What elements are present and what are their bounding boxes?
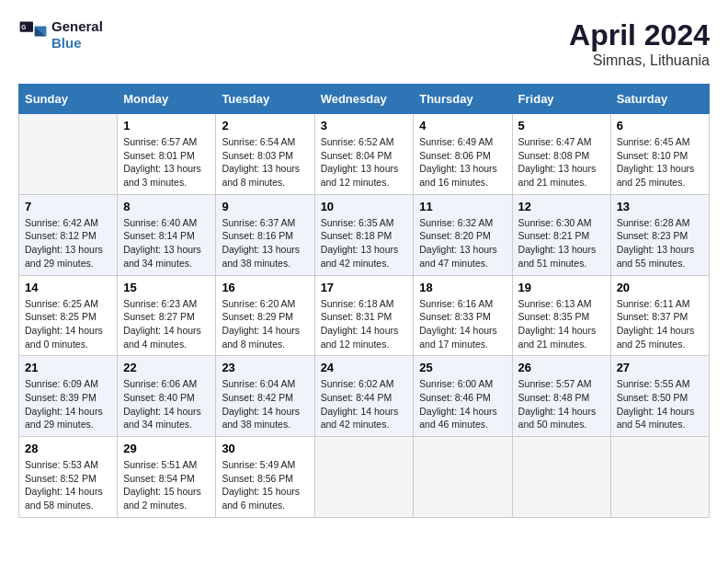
day-number: 27 [617,361,703,374]
calendar-cell: 1Sunrise: 6:57 AMSunset: 8:01 PMDaylight… [118,114,216,195]
day-number: 21 [25,361,111,374]
page-header: G General Blue April 2024 Simnas, Lithua… [18,18,710,69]
day-number: 17 [321,281,408,294]
header-friday: Friday [512,85,610,114]
svg-text:G: G [21,24,26,30]
day-info: Sunrise: 6:45 AMSunset: 8:10 PMDaylight:… [617,135,703,190]
calendar-cell: 23Sunrise: 6:04 AMSunset: 8:42 PMDayligh… [216,356,314,437]
day-number: 9 [222,200,308,213]
calendar-cell: 18Sunrise: 6:16 AMSunset: 8:33 PMDayligh… [414,275,512,356]
calendar-cell: 13Sunrise: 6:28 AMSunset: 8:23 PMDayligh… [610,194,709,275]
day-info: Sunrise: 6:28 AMSunset: 8:23 PMDaylight:… [617,216,703,270]
day-info: Sunrise: 6:13 AMSunset: 8:35 PMDaylight:… [518,297,605,351]
day-number: 23 [222,361,308,374]
calendar-cell: 5Sunrise: 6:47 AMSunset: 8:08 PMDaylight… [512,114,610,195]
calendar-cell: 21Sunrise: 6:09 AMSunset: 8:39 PMDayligh… [19,356,118,437]
week-row-3: 14Sunrise: 6:25 AMSunset: 8:25 PMDayligh… [19,275,710,356]
calendar-cell: 16Sunrise: 6:20 AMSunset: 8:29 PMDayligh… [216,275,314,356]
calendar-cell: 27Sunrise: 5:55 AMSunset: 8:50 PMDayligh… [610,356,709,437]
day-number: 2 [222,119,308,132]
day-info: Sunrise: 6:23 AMSunset: 8:27 PMDaylight:… [123,297,210,351]
logo: G General Blue [18,18,103,52]
day-info: Sunrise: 6:57 AMSunset: 8:01 PMDaylight:… [123,135,210,190]
day-number: 5 [518,119,605,132]
calendar-cell: 20Sunrise: 6:11 AMSunset: 8:37 PMDayligh… [610,275,709,356]
calendar-cell: 11Sunrise: 6:32 AMSunset: 8:20 PMDayligh… [414,194,512,275]
day-info: Sunrise: 6:09 AMSunset: 8:39 PMDaylight:… [25,377,111,431]
calendar-cell: 7Sunrise: 6:42 AMSunset: 8:12 PMDaylight… [19,194,118,275]
day-info: Sunrise: 6:18 AMSunset: 8:31 PMDaylight:… [321,297,408,351]
day-number: 3 [321,119,408,132]
day-info: Sunrise: 6:25 AMSunset: 8:25 PMDaylight:… [25,297,111,351]
calendar-cell: 2Sunrise: 6:54 AMSunset: 8:03 PMDaylight… [216,114,314,195]
day-info: Sunrise: 6:35 AMSunset: 8:18 PMDaylight:… [321,216,408,270]
day-number: 29 [123,442,210,455]
calendar-cell: 9Sunrise: 6:37 AMSunset: 8:16 PMDaylight… [216,194,314,275]
calendar-cell: 19Sunrise: 6:13 AMSunset: 8:35 PMDayligh… [512,275,610,356]
week-row-1: 1Sunrise: 6:57 AMSunset: 8:01 PMDaylight… [19,114,710,195]
calendar-cell: 8Sunrise: 6:40 AMSunset: 8:14 PMDaylight… [118,194,216,275]
day-number: 12 [518,200,605,213]
calendar-table: SundayMondayTuesdayWednesdayThursdayFrid… [18,84,710,518]
day-number: 10 [321,200,408,213]
day-info: Sunrise: 6:16 AMSunset: 8:33 PMDaylight:… [419,297,506,351]
day-info: Sunrise: 5:55 AMSunset: 8:50 PMDaylight:… [617,377,703,431]
day-number: 14 [25,281,111,294]
day-info: Sunrise: 6:49 AMSunset: 8:06 PMDaylight:… [419,135,506,190]
day-info: Sunrise: 6:47 AMSunset: 8:08 PMDaylight:… [518,135,605,190]
day-info: Sunrise: 6:20 AMSunset: 8:29 PMDaylight:… [222,297,308,351]
day-number: 7 [25,200,111,213]
calendar-header-row: SundayMondayTuesdayWednesdayThursdayFrid… [19,85,710,114]
day-number: 16 [222,281,308,294]
calendar-cell: 24Sunrise: 6:02 AMSunset: 8:44 PMDayligh… [314,356,414,437]
logo-icon: G [18,20,48,50]
day-number: 19 [518,281,605,294]
day-number: 18 [419,281,506,294]
day-info: Sunrise: 6:11 AMSunset: 8:37 PMDaylight:… [617,297,703,351]
day-info: Sunrise: 5:57 AMSunset: 8:48 PMDaylight:… [518,377,605,431]
header-saturday: Saturday [610,85,709,114]
week-row-4: 21Sunrise: 6:09 AMSunset: 8:39 PMDayligh… [19,356,710,437]
calendar-cell: 6Sunrise: 6:45 AMSunset: 8:10 PMDaylight… [610,114,709,195]
calendar-cell [610,437,709,518]
calendar-cell [414,437,512,518]
day-number: 30 [222,442,308,455]
page-title: April 2024 [569,18,710,52]
header-tuesday: Tuesday [216,85,314,114]
calendar-cell: 28Sunrise: 5:53 AMSunset: 8:52 PMDayligh… [19,437,118,518]
day-number: 24 [321,361,408,374]
calendar-cell: 10Sunrise: 6:35 AMSunset: 8:18 PMDayligh… [314,194,414,275]
calendar-cell: 22Sunrise: 6:06 AMSunset: 8:40 PMDayligh… [118,356,216,437]
day-info: Sunrise: 6:32 AMSunset: 8:20 PMDaylight:… [419,216,506,270]
week-row-5: 28Sunrise: 5:53 AMSunset: 8:52 PMDayligh… [19,437,710,518]
day-number: 22 [123,361,210,374]
day-info: Sunrise: 5:49 AMSunset: 8:56 PMDaylight:… [222,458,308,512]
day-info: Sunrise: 6:40 AMSunset: 8:14 PMDaylight:… [123,216,210,270]
calendar-cell: 26Sunrise: 5:57 AMSunset: 8:48 PMDayligh… [512,356,610,437]
day-number: 8 [123,200,210,213]
calendar-cell: 25Sunrise: 6:00 AMSunset: 8:46 PMDayligh… [414,356,512,437]
day-info: Sunrise: 6:00 AMSunset: 8:46 PMDaylight:… [419,377,506,431]
calendar-cell: 4Sunrise: 6:49 AMSunset: 8:06 PMDaylight… [414,114,512,195]
calendar-cell: 15Sunrise: 6:23 AMSunset: 8:27 PMDayligh… [118,275,216,356]
calendar-cell: 30Sunrise: 5:49 AMSunset: 8:56 PMDayligh… [216,437,314,518]
day-number: 20 [617,281,703,294]
day-info: Sunrise: 6:04 AMSunset: 8:42 PMDaylight:… [222,377,308,431]
day-number: 4 [419,119,506,132]
header-wednesday: Wednesday [314,85,414,114]
day-info: Sunrise: 6:37 AMSunset: 8:16 PMDaylight:… [222,216,308,270]
day-number: 13 [617,200,703,213]
day-info: Sunrise: 6:06 AMSunset: 8:40 PMDaylight:… [123,377,210,431]
day-info: Sunrise: 5:53 AMSunset: 8:52 PMDaylight:… [25,458,111,512]
day-info: Sunrise: 6:30 AMSunset: 8:21 PMDaylight:… [518,216,605,270]
header-monday: Monday [118,85,216,114]
day-info: Sunrise: 6:52 AMSunset: 8:04 PMDaylight:… [321,135,408,190]
calendar-cell: 17Sunrise: 6:18 AMSunset: 8:31 PMDayligh… [314,275,414,356]
calendar-cell: 12Sunrise: 6:30 AMSunset: 8:21 PMDayligh… [512,194,610,275]
day-number: 1 [123,119,210,132]
day-number: 15 [123,281,210,294]
day-info: Sunrise: 5:51 AMSunset: 8:54 PMDaylight:… [123,458,210,512]
page-subtitle: Simnas, Lithuania [569,52,710,69]
day-number: 6 [617,119,703,132]
day-info: Sunrise: 6:42 AMSunset: 8:12 PMDaylight:… [25,216,111,270]
